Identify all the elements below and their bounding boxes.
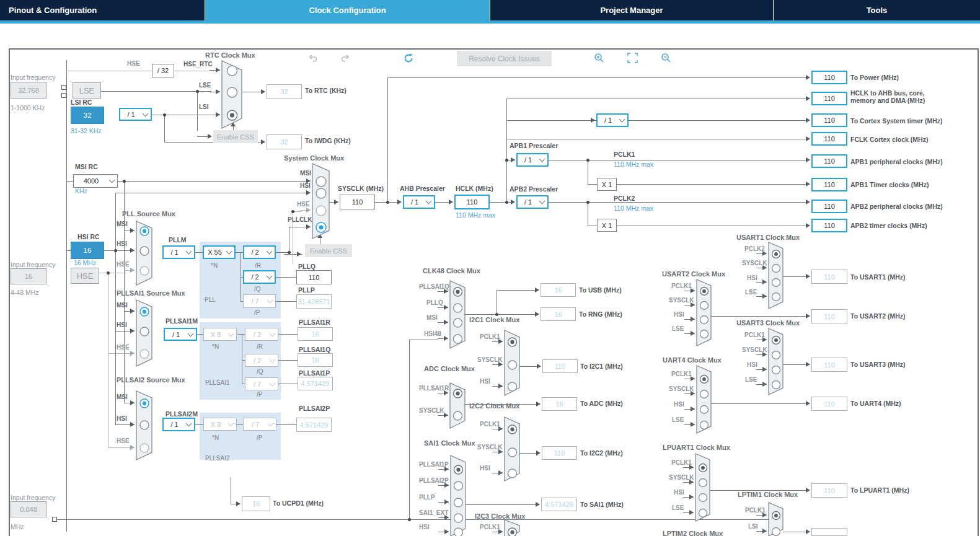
clk48-clock-mux-option[interactable] [454,319,462,327]
pllsai1-p-divider[interactable]: / 7 [245,377,278,390]
cortex-timer-value[interactable]: 110 [811,113,847,127]
pllsai1-source-mux-option[interactable] [140,327,149,336]
apb2-prescaler[interactable]: / 1 [516,195,549,209]
pllsai2-source-mux [136,390,152,460]
sysclk-value[interactable]: 110 [340,195,375,209]
rtc-clock-mux-option[interactable] [227,87,237,97]
pllsai1-r-divider[interactable]: / 2 [245,328,278,341]
pllsai2-source-mux-option[interactable] [140,444,149,452]
pllsai2-source-mux-option[interactable] [140,421,149,429]
arrowhead-icon [216,112,220,117]
pll-n-multiplier[interactable]: X 55 [203,245,236,259]
sai1-clock-mux-option[interactable] [454,498,463,507]
enable-css-rtc-button[interactable]: Enable CSS [213,130,258,143]
enable-css-pll-button[interactable]: Enable CSS [305,244,352,257]
clk48-clock-mux-option[interactable] [454,335,462,343]
usart1-clock-mux-option[interactable] [772,293,780,301]
arrowhead-icon [537,364,541,369]
rtc-clock-mux-option[interactable] [227,66,237,76]
fclk-value[interactable]: 110 [811,132,847,146]
sai1-clock-mux-option[interactable] [454,514,463,522]
i2c2-clock-mux-option[interactable] [508,448,517,457]
pllq-value[interactable]: 110 [296,270,332,284]
usart1-clock-mux-option[interactable] [772,279,780,287]
system-clock-mux-option[interactable] [316,188,326,198]
connection-handle[interactable] [61,85,66,90]
connection-handle[interactable] [61,93,66,98]
pllsai1-q-divider[interactable]: / 2 [245,354,278,367]
sai1-clock-mux-option[interactable] [454,528,463,536]
apb2-timer-value[interactable]: 110 [811,219,847,232]
uart4-clock-mux-option[interactable] [700,421,709,429]
apb2-peripheral-value[interactable]: 110 [811,200,847,213]
uart4-clock-mux-option[interactable] [700,406,709,414]
adc-clock-mux-option[interactable] [454,411,462,420]
connection-handle[interactable] [52,517,57,522]
apb1-prescaler[interactable]: / 1 [516,153,549,167]
hclk-ahb-value[interactable]: 110 [811,92,847,105]
signal-label: PCLK1 [480,421,500,428]
tab-project-manager[interactable]: Project Manager [490,0,773,20]
arrowhead-icon [236,501,241,506]
pll-q-divider[interactable]: / 2 [243,270,276,284]
pllsai2-p-divider[interactable]: / 7 [243,418,276,431]
arrowhead-icon [306,224,311,229]
pllsai1r-value: 16 [298,327,333,341]
lsi-rc-value[interactable]: 32 [71,107,104,124]
pll-p-divider[interactable]: / 7 [243,294,276,308]
pllsai1-n-multiplier[interactable]: X 8 [203,328,237,341]
arrowhead-icon [261,139,265,144]
i2c1-clock-mux-option[interactable] [508,382,517,391]
system-clock-mux-option[interactable] [316,206,326,216]
to-i2c2-value: 110 [542,446,577,460]
apb1-timer-value[interactable]: 110 [811,178,847,191]
pll-r-divider[interactable]: / 2 [243,245,276,259]
i2c1-clock-mux-option[interactable] [508,361,517,369]
tab-clock-configuration[interactable]: Clock Configuration [205,0,490,20]
usart3-clock-mux-option[interactable] [772,381,780,389]
connector-line [278,334,298,335]
pllsai1-source-mux-option[interactable] [140,349,149,358]
signal-label: HSI [674,401,684,408]
pllsai1m-divider[interactable]: / 1 [164,328,197,341]
clk48-clock-mux-option[interactable] [454,304,462,312]
usart3-clock-mux-option[interactable] [772,366,780,374]
signal-label: LSI [748,523,758,530]
msi-frequency[interactable]: 4000 [73,174,118,188]
lptim1-clock-mux-option[interactable] [772,528,780,536]
lpuart1-clock-mux-option[interactable] [699,479,707,487]
signal-label: SYSCLK [419,407,444,415]
pllm-divider[interactable]: / 1 [162,245,195,259]
system-clock-mux-option[interactable] [316,177,326,187]
apb1-peripheral-value[interactable]: 110 [811,154,847,168]
tab-label: Project Manager [600,6,663,15]
pllsai2-n-multiplier[interactable]: X 8 [203,418,237,431]
usart2-clock-mux-option[interactable] [700,330,709,338]
arrowhead-icon [130,248,135,253]
to-iwdg-value: 32 [267,134,302,149]
hse-rtc-divider[interactable]: / 32 [152,64,174,77]
lpuart1-clock-mux-option[interactable] [699,509,707,517]
lsi-prescaler[interactable]: / 1 [119,108,152,121]
sai1-clock-mux-option[interactable] [454,481,463,490]
hclk-value[interactable]: 110 [454,195,490,209]
i2c2-clock-mux-option[interactable] [508,469,517,478]
uart4-clock-mux-option[interactable] [700,390,709,398]
section-title: USART1 Clock Mux [736,234,800,242]
cortex-prescaler[interactable]: / 1 [596,113,629,127]
ahb-prescaler[interactable]: / 1 [403,195,435,209]
arrowhead-icon [535,312,539,317]
lpuart1-clock-mux-option[interactable] [699,494,707,502]
usart1-clock-mux-option[interactable] [772,265,780,273]
pll-source-mux-option[interactable] [140,247,149,255]
usart2-clock-mux-option[interactable] [700,302,709,310]
usart3-clock-mux-option[interactable] [772,351,780,359]
to-power-value[interactable]: 110 [811,71,847,84]
signal-label: LSE [672,504,684,512]
pllsai2m-divider[interactable]: / 1 [162,418,195,431]
tab-pinout-configuration[interactable]: Pinout & Configuration [0,0,205,20]
hsi-rc-value[interactable]: 16 [71,242,104,259]
pll-source-mux-option[interactable] [140,266,149,275]
usart2-clock-mux-option[interactable] [700,316,709,324]
tab-tools[interactable]: Tools [773,0,980,20]
